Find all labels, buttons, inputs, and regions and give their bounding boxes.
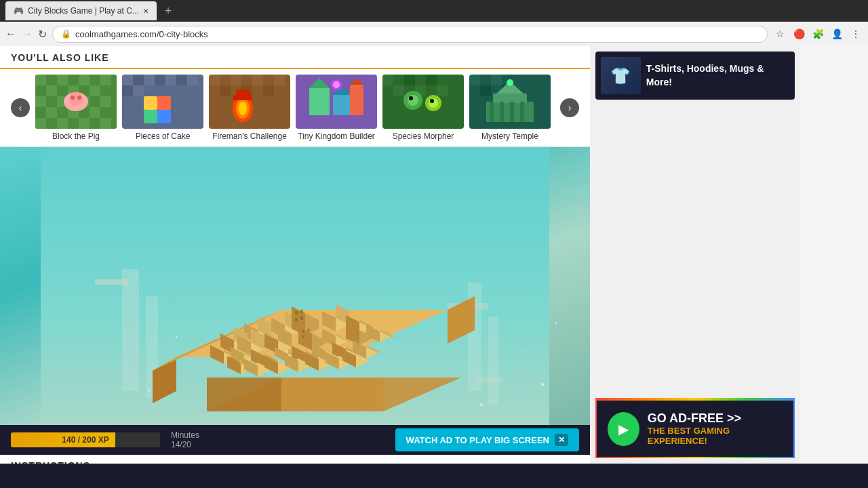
svg-rect-53 [350, 85, 363, 115]
svg-rect-2 [46, 85, 57, 96]
carousel-games: Block the Pig [35, 75, 555, 141]
sidebar: 👕 T-Shirts, Hoodies, Mugs & More! ▶ GO A… [590, 46, 800, 464]
svg-rect-112 [300, 310, 303, 313]
game-thumb-block-the-pig [35, 75, 117, 129]
svg-rect-80 [490, 102, 494, 122]
svg-rect-3 [57, 75, 68, 85]
tab-close-icon[interactable]: ✕ [143, 7, 149, 15]
svg-point-22 [77, 96, 81, 100]
play-triangle-icon: ▶ [618, 421, 629, 437]
svg-rect-75 [491, 75, 502, 85]
game-card-mystery-temple[interactable]: Mystery Temple [469, 75, 551, 141]
ad-free-banner[interactable]: ▶ GO AD-FREE >> THE BEST GAMING EXPERIEN… [595, 398, 795, 458]
extensions-icon[interactable]: 🧩 [811, 27, 825, 41]
svg-point-186 [555, 323, 557, 325]
svg-rect-89 [488, 317, 498, 405]
svg-rect-18 [100, 118, 111, 129]
svg-marker-96 [207, 378, 281, 411]
svg-point-21 [71, 96, 75, 100]
svg-rect-74 [480, 85, 491, 96]
game-label-species-morpher: Species Morpher [393, 131, 454, 141]
merch-banner[interactable]: 👕 T-Shirts, Hoodies, Mugs & More! [595, 52, 795, 100]
svg-rect-43 [263, 85, 274, 96]
game-label-mystery-temple: Mystery Temple [481, 131, 538, 141]
tab-bar: 🎮 City Blocks Game | Play at C... ✕ + [0, 0, 868, 22]
carousel-next-btn[interactable]: › [560, 98, 579, 117]
new-tab-btn[interactable]: + [159, 4, 178, 18]
svg-point-188 [480, 403, 483, 406]
minutes-label: Minutes [171, 430, 199, 440]
game-label-pieces-of-cake: Pieces of Cake [136, 131, 191, 141]
svg-rect-26 [144, 75, 155, 85]
play-icon-circle: ▶ [608, 412, 639, 446]
bookmark-icon[interactable]: ☆ [773, 27, 787, 41]
section-title: YOU'LL ALSO LIKE [11, 52, 109, 63]
forward-btn[interactable]: → [22, 28, 33, 40]
merch-image: 👕 [601, 57, 641, 94]
game-card-block-the-pig[interactable]: Block the Pig [35, 75, 117, 141]
svg-rect-133 [302, 330, 304, 333]
svg-rect-38 [209, 75, 220, 85]
svg-rect-17 [79, 118, 90, 129]
game-carousel: ‹ [0, 69, 590, 147]
game-thumb-species-morpher [382, 75, 464, 129]
profile-icon[interactable]: 👤 [830, 27, 844, 41]
refresh-btn[interactable]: ↻ [38, 28, 47, 41]
svg-point-58 [333, 81, 340, 88]
svg-rect-49 [236, 89, 250, 96]
svg-rect-31 [122, 85, 133, 96]
svg-point-185 [176, 336, 178, 338]
game-card-species-morpher[interactable]: Species Morpher [382, 75, 464, 141]
svg-rect-24 [122, 75, 133, 85]
svg-rect-7 [100, 75, 111, 85]
game-thumb-tiny-kingdom [296, 75, 377, 129]
carousel-prev-btn[interactable]: ‹ [11, 98, 30, 117]
active-tab[interactable]: 🎮 City Blocks Game | Play at C... ✕ [5, 1, 157, 20]
game-card-pieces-of-cake[interactable]: Pieces of Cake [122, 75, 203, 141]
extension-icon[interactable]: 🔴 [792, 27, 806, 41]
svg-rect-8 [35, 96, 46, 107]
svg-point-84 [507, 79, 513, 86]
svg-rect-86 [122, 269, 139, 391]
game-screen[interactable]: 4 + [0, 147, 590, 425]
watch-ad-button[interactable]: WATCH AD TO PLAY BIG SCREEN ✕ [395, 428, 579, 451]
svg-rect-39 [220, 85, 231, 96]
instructions-header: INSTRUCTIONS [0, 455, 590, 464]
svg-point-67 [408, 95, 418, 106]
svg-rect-32 [133, 85, 144, 96]
nav-bar: ← → ↻ 🔒 coolmathgames.com/0-city-blocks … [0, 22, 868, 46]
svg-rect-52 [333, 95, 350, 115]
minutes-info: Minutes 14/20 [171, 430, 199, 449]
svg-rect-16 [57, 118, 68, 129]
game-card-firemans-challenge[interactable]: Fireman's Challenge [209, 75, 290, 141]
game-thumb-mystery-temple [469, 75, 551, 129]
svg-rect-34 [157, 96, 171, 110]
url-bar[interactable]: 🔒 coolmathgames.com/0-city-blocks [52, 26, 768, 43]
svg-rect-114 [300, 317, 303, 320]
game-card-tiny-kingdom[interactable]: Tiny Kingdom Builder [296, 75, 377, 141]
svg-point-70 [409, 96, 413, 100]
menu-icon[interactable]: ⋮ [849, 27, 863, 41]
svg-rect-40 [231, 75, 241, 85]
svg-point-187 [149, 390, 151, 392]
svg-rect-60 [382, 75, 393, 85]
svg-rect-81 [500, 102, 504, 122]
lock-icon: 🔒 [61, 29, 71, 39]
svg-rect-92 [475, 378, 502, 383]
game-thumb-pieces-of-cake [122, 75, 203, 129]
bottom-bar: 140 / 200 XP Minutes 14/20 WATCH AD TO P… [0, 425, 590, 455]
svg-point-189 [521, 350, 523, 351]
browser-action-icons: ☆ 🔴 🧩 👤 ⋮ [773, 27, 863, 41]
svg-rect-61 [393, 85, 404, 96]
watch-ad-label: WATCH AD TO PLAY BIG SCREEN [406, 435, 549, 445]
game-label-tiny-kingdom: Tiny Kingdom Builder [298, 131, 375, 141]
svg-marker-97 [281, 378, 383, 411]
svg-rect-82 [510, 102, 514, 122]
url-text: coolmathgames.com/0-city-blocks [75, 29, 208, 39]
svg-rect-73 [469, 75, 480, 85]
ad-free-sub: THE BEST GAMING EXPERIENCE! [648, 426, 783, 446]
game-label-firemans-challenge: Fireman's Challenge [212, 131, 287, 141]
close-x-icon[interactable]: ✕ [555, 434, 568, 446]
xp-bar-text: 140 / 200 XP [11, 432, 160, 447]
back-btn[interactable]: ← [5, 28, 16, 40]
